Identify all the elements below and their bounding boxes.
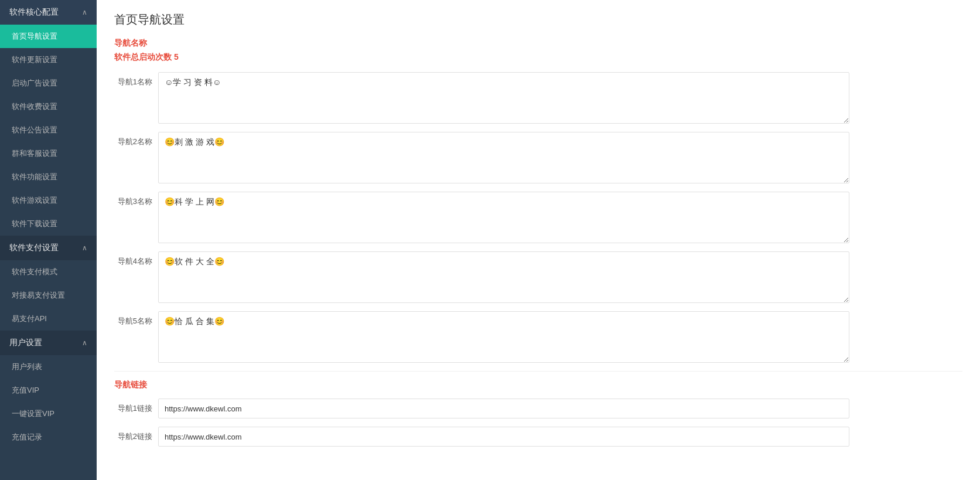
sidebar-item-yipay-api[interactable]: 易支付API xyxy=(0,307,97,331)
nav-names-section: 导航1名称导航2名称导航3名称导航4名称导航5名称 xyxy=(114,72,962,363)
section-nav-link-label: 导航链接 xyxy=(114,380,962,390)
nav-name-input-3[interactable] xyxy=(158,192,849,243)
sidebar-group-label: 软件核心配置 xyxy=(9,7,59,18)
nav-name-label-2: 导航2名称 xyxy=(114,132,158,147)
sidebar-item-software-game[interactable]: 软件游戏设置 xyxy=(0,189,97,212)
sidebar-item-set-vip[interactable]: 一键设置VIP xyxy=(0,402,97,425)
page-title: 首页导航设置 xyxy=(114,12,962,28)
nav-name-input-5[interactable] xyxy=(158,311,849,363)
section-launch-count-label: 软件总启动次数 5 xyxy=(114,52,962,63)
sidebar-item-recharge-record[interactable]: 充值记录 xyxy=(0,425,97,449)
sidebar-group-header-user[interactable]: 用户设置∧ xyxy=(0,331,97,355)
sidebar-item-yipay[interactable]: 对接易支付设置 xyxy=(0,284,97,307)
sidebar-item-pay-mode[interactable]: 软件支付模式 xyxy=(0,260,97,284)
section-nav-name-label: 导航名称 xyxy=(114,38,962,49)
sidebar-item-recharge-vip[interactable]: 充值VIP xyxy=(0,379,97,402)
sidebar-group-header-payment[interactable]: 软件支付设置∧ xyxy=(0,236,97,260)
sidebar-item-software-download[interactable]: 软件下载设置 xyxy=(0,212,97,236)
sidebar-item-user-list[interactable]: 用户列表 xyxy=(0,355,97,379)
sidebar-item-launch-ad[interactable]: 启动广告设置 xyxy=(0,72,97,95)
nav-name-label-1: 导航1名称 xyxy=(114,72,158,87)
chevron-icon: ∧ xyxy=(82,339,87,347)
nav-name-input-4[interactable] xyxy=(158,251,849,303)
nav-name-label-5: 导航5名称 xyxy=(114,311,158,326)
divider xyxy=(114,371,962,372)
nav-link-label-1: 导航1链接 xyxy=(114,399,158,414)
nav-links-section: 导航1链接导航2链接 xyxy=(114,399,962,447)
nav-name-row-3: 导航3名称 xyxy=(114,192,962,243)
sidebar-group-payment: 软件支付设置∧软件支付模式对接易支付设置易支付API xyxy=(0,236,97,331)
nav-link-input-1[interactable] xyxy=(158,399,849,418)
section-labels-top: 导航名称 软件总启动次数 5 xyxy=(114,38,962,63)
nav-name-row-2: 导航2名称 xyxy=(114,132,962,183)
nav-link-label-2: 导航2链接 xyxy=(114,427,158,442)
nav-name-input-2[interactable] xyxy=(158,132,849,183)
sidebar-group-label: 软件支付设置 xyxy=(9,243,59,253)
sidebar-item-group-service[interactable]: 群和客服设置 xyxy=(0,142,97,165)
nav-name-input-1[interactable] xyxy=(158,72,849,124)
nav-name-label-4: 导航4名称 xyxy=(114,251,158,267)
sidebar-group-header-software-core[interactable]: 软件核心配置∧ xyxy=(0,0,97,25)
sidebar-item-software-fee[interactable]: 软件收费设置 xyxy=(0,95,97,118)
nav-name-row-4: 导航4名称 xyxy=(114,251,962,303)
nav-name-row-1: 导航1名称 xyxy=(114,72,962,124)
sidebar-group-software-core: 软件核心配置∧首页导航设置软件更新设置启动广告设置软件收费设置软件公告设置群和客… xyxy=(0,0,97,236)
sidebar-group-user: 用户设置∧用户列表充值VIP一键设置VIP充值记录 xyxy=(0,331,97,449)
sidebar-item-software-func[interactable]: 软件功能设置 xyxy=(0,165,97,189)
sidebar: 软件核心配置∧首页导航设置软件更新设置启动广告设置软件收费设置软件公告设置群和客… xyxy=(0,0,97,480)
nav-name-label-3: 导航3名称 xyxy=(114,192,158,207)
sidebar-item-home-nav[interactable]: 首页导航设置 xyxy=(0,25,97,48)
chevron-icon: ∧ xyxy=(82,244,87,252)
chevron-icon: ∧ xyxy=(82,8,87,16)
sidebar-group-label: 用户设置 xyxy=(9,338,42,348)
nav-link-row-2: 导航2链接 xyxy=(114,427,962,447)
nav-name-row-5: 导航5名称 xyxy=(114,311,962,363)
main-content: 首页导航设置 导航名称 软件总启动次数 5 导航1名称导航2名称导航3名称导航4… xyxy=(97,0,980,480)
nav-link-row-1: 导航1链接 xyxy=(114,399,962,418)
sidebar-item-software-notice[interactable]: 软件公告设置 xyxy=(0,118,97,142)
sidebar-item-software-update[interactable]: 软件更新设置 xyxy=(0,48,97,72)
nav-link-input-2[interactable] xyxy=(158,427,849,447)
